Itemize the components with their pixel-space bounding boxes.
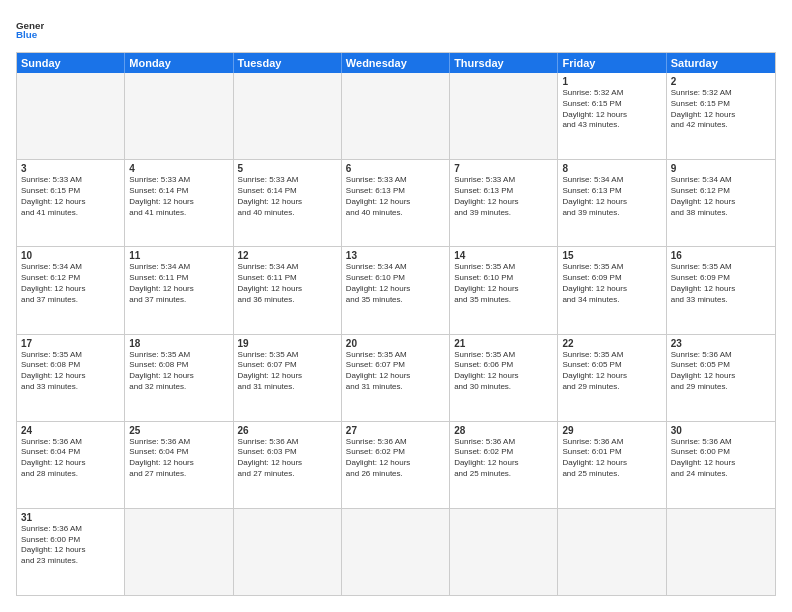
day-number: 22: [562, 338, 661, 349]
day-number: 24: [21, 425, 120, 436]
day-info: Sunrise: 5:35 AM Sunset: 6:07 PM Dayligh…: [346, 350, 445, 393]
day-info: Sunrise: 5:33 AM Sunset: 6:15 PM Dayligh…: [21, 175, 120, 218]
day-number: 11: [129, 250, 228, 261]
calendar-cell: 14Sunrise: 5:35 AM Sunset: 6:10 PM Dayli…: [450, 247, 558, 333]
page: General Blue SundayMondayTuesdayWednesda…: [0, 0, 792, 612]
calendar-week-2: 10Sunrise: 5:34 AM Sunset: 6:12 PM Dayli…: [17, 247, 775, 334]
calendar: SundayMondayTuesdayWednesdayThursdayFrid…: [16, 52, 776, 596]
day-info: Sunrise: 5:35 AM Sunset: 6:10 PM Dayligh…: [454, 262, 553, 305]
day-info: Sunrise: 5:34 AM Sunset: 6:10 PM Dayligh…: [346, 262, 445, 305]
day-number: 9: [671, 163, 771, 174]
day-info: Sunrise: 5:35 AM Sunset: 6:08 PM Dayligh…: [129, 350, 228, 393]
calendar-cell: [558, 509, 666, 595]
day-number: 1: [562, 76, 661, 87]
calendar-week-1: 3Sunrise: 5:33 AM Sunset: 6:15 PM Daylig…: [17, 160, 775, 247]
calendar-cell: [342, 73, 450, 159]
day-info: Sunrise: 5:36 AM Sunset: 6:03 PM Dayligh…: [238, 437, 337, 480]
day-number: 27: [346, 425, 445, 436]
day-info: Sunrise: 5:34 AM Sunset: 6:12 PM Dayligh…: [671, 175, 771, 218]
calendar-cell: [667, 509, 775, 595]
day-number: 12: [238, 250, 337, 261]
day-number: 8: [562, 163, 661, 174]
day-number: 29: [562, 425, 661, 436]
day-number: 13: [346, 250, 445, 261]
header-cell-tuesday: Tuesday: [234, 53, 342, 73]
day-info: Sunrise: 5:36 AM Sunset: 6:02 PM Dayligh…: [454, 437, 553, 480]
calendar-cell: 23Sunrise: 5:36 AM Sunset: 6:05 PM Dayli…: [667, 335, 775, 421]
calendar-cell: 28Sunrise: 5:36 AM Sunset: 6:02 PM Dayli…: [450, 422, 558, 508]
day-number: 21: [454, 338, 553, 349]
calendar-cell: 31Sunrise: 5:36 AM Sunset: 6:00 PM Dayli…: [17, 509, 125, 595]
day-number: 18: [129, 338, 228, 349]
calendar-cell: [125, 509, 233, 595]
day-info: Sunrise: 5:35 AM Sunset: 6:09 PM Dayligh…: [671, 262, 771, 305]
calendar-cell: 12Sunrise: 5:34 AM Sunset: 6:11 PM Dayli…: [234, 247, 342, 333]
header-cell-thursday: Thursday: [450, 53, 558, 73]
calendar-week-0: 1Sunrise: 5:32 AM Sunset: 6:15 PM Daylig…: [17, 73, 775, 160]
calendar-cell: 7Sunrise: 5:33 AM Sunset: 6:13 PM Daylig…: [450, 160, 558, 246]
day-info: Sunrise: 5:32 AM Sunset: 6:15 PM Dayligh…: [562, 88, 661, 131]
day-info: Sunrise: 5:34 AM Sunset: 6:11 PM Dayligh…: [238, 262, 337, 305]
calendar-cell: [234, 509, 342, 595]
day-number: 15: [562, 250, 661, 261]
calendar-week-4: 24Sunrise: 5:36 AM Sunset: 6:04 PM Dayli…: [17, 422, 775, 509]
day-number: 10: [21, 250, 120, 261]
day-info: Sunrise: 5:33 AM Sunset: 6:14 PM Dayligh…: [238, 175, 337, 218]
calendar-cell: 15Sunrise: 5:35 AM Sunset: 6:09 PM Dayli…: [558, 247, 666, 333]
calendar-cell: 16Sunrise: 5:35 AM Sunset: 6:09 PM Dayli…: [667, 247, 775, 333]
day-number: 26: [238, 425, 337, 436]
day-number: 31: [21, 512, 120, 523]
day-number: 7: [454, 163, 553, 174]
calendar-cell: 11Sunrise: 5:34 AM Sunset: 6:11 PM Dayli…: [125, 247, 233, 333]
day-number: 5: [238, 163, 337, 174]
calendar-week-3: 17Sunrise: 5:35 AM Sunset: 6:08 PM Dayli…: [17, 335, 775, 422]
day-number: 2: [671, 76, 771, 87]
calendar-body: 1Sunrise: 5:32 AM Sunset: 6:15 PM Daylig…: [17, 73, 775, 595]
svg-text:Blue: Blue: [16, 29, 38, 40]
day-info: Sunrise: 5:36 AM Sunset: 6:00 PM Dayligh…: [21, 524, 120, 567]
calendar-cell: 25Sunrise: 5:36 AM Sunset: 6:04 PM Dayli…: [125, 422, 233, 508]
day-number: 3: [21, 163, 120, 174]
header-cell-sunday: Sunday: [17, 53, 125, 73]
day-info: Sunrise: 5:34 AM Sunset: 6:11 PM Dayligh…: [129, 262, 228, 305]
day-number: 25: [129, 425, 228, 436]
calendar-cell: [17, 73, 125, 159]
calendar-cell: 22Sunrise: 5:35 AM Sunset: 6:05 PM Dayli…: [558, 335, 666, 421]
header-cell-saturday: Saturday: [667, 53, 775, 73]
day-number: 28: [454, 425, 553, 436]
calendar-cell: 9Sunrise: 5:34 AM Sunset: 6:12 PM Daylig…: [667, 160, 775, 246]
day-number: 20: [346, 338, 445, 349]
calendar-cell: 6Sunrise: 5:33 AM Sunset: 6:13 PM Daylig…: [342, 160, 450, 246]
day-info: Sunrise: 5:36 AM Sunset: 6:02 PM Dayligh…: [346, 437, 445, 480]
day-number: 4: [129, 163, 228, 174]
day-info: Sunrise: 5:32 AM Sunset: 6:15 PM Dayligh…: [671, 88, 771, 131]
calendar-cell: 1Sunrise: 5:32 AM Sunset: 6:15 PM Daylig…: [558, 73, 666, 159]
day-number: 23: [671, 338, 771, 349]
calendar-cell: [450, 509, 558, 595]
calendar-cell: 13Sunrise: 5:34 AM Sunset: 6:10 PM Dayli…: [342, 247, 450, 333]
calendar-cell: 5Sunrise: 5:33 AM Sunset: 6:14 PM Daylig…: [234, 160, 342, 246]
day-info: Sunrise: 5:36 AM Sunset: 6:01 PM Dayligh…: [562, 437, 661, 480]
calendar-cell: 8Sunrise: 5:34 AM Sunset: 6:13 PM Daylig…: [558, 160, 666, 246]
calendar-cell: 20Sunrise: 5:35 AM Sunset: 6:07 PM Dayli…: [342, 335, 450, 421]
calendar-cell: 18Sunrise: 5:35 AM Sunset: 6:08 PM Dayli…: [125, 335, 233, 421]
day-info: Sunrise: 5:34 AM Sunset: 6:13 PM Dayligh…: [562, 175, 661, 218]
day-info: Sunrise: 5:35 AM Sunset: 6:07 PM Dayligh…: [238, 350, 337, 393]
day-info: Sunrise: 5:35 AM Sunset: 6:08 PM Dayligh…: [21, 350, 120, 393]
calendar-cell: [342, 509, 450, 595]
calendar-cell: 2Sunrise: 5:32 AM Sunset: 6:15 PM Daylig…: [667, 73, 775, 159]
header: General Blue: [16, 16, 776, 44]
calendar-week-5: 31Sunrise: 5:36 AM Sunset: 6:00 PM Dayli…: [17, 509, 775, 595]
day-info: Sunrise: 5:36 AM Sunset: 6:04 PM Dayligh…: [21, 437, 120, 480]
calendar-cell: 4Sunrise: 5:33 AM Sunset: 6:14 PM Daylig…: [125, 160, 233, 246]
day-info: Sunrise: 5:33 AM Sunset: 6:14 PM Dayligh…: [129, 175, 228, 218]
day-info: Sunrise: 5:36 AM Sunset: 6:00 PM Dayligh…: [671, 437, 771, 480]
day-info: Sunrise: 5:33 AM Sunset: 6:13 PM Dayligh…: [346, 175, 445, 218]
generalblue-icon: General Blue: [16, 16, 44, 44]
day-number: 19: [238, 338, 337, 349]
calendar-cell: 30Sunrise: 5:36 AM Sunset: 6:00 PM Dayli…: [667, 422, 775, 508]
calendar-cell: 3Sunrise: 5:33 AM Sunset: 6:15 PM Daylig…: [17, 160, 125, 246]
calendar-cell: 24Sunrise: 5:36 AM Sunset: 6:04 PM Dayli…: [17, 422, 125, 508]
header-cell-monday: Monday: [125, 53, 233, 73]
calendar-cell: [234, 73, 342, 159]
